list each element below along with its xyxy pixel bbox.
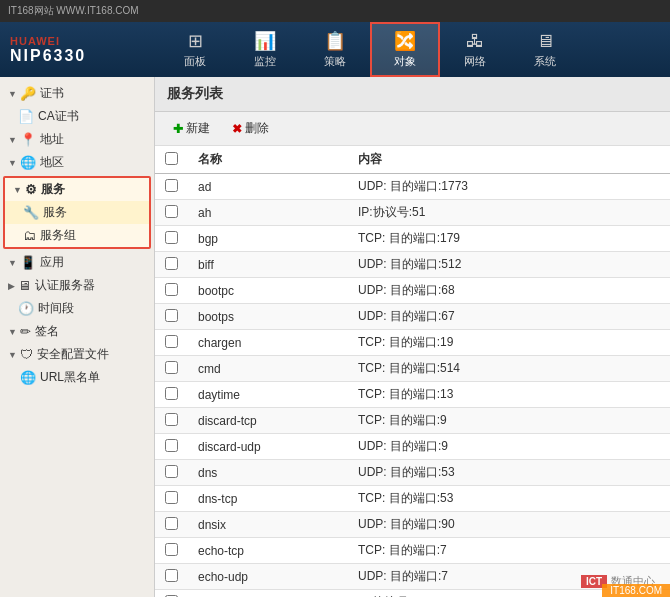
checkbox-1[interactable] — [165, 205, 178, 218]
table-row[interactable]: ah IP:协议号:51 — [155, 200, 670, 226]
service-label: 服务 — [43, 204, 67, 221]
row-name-5: bootps — [188, 304, 348, 330]
network-icon: 🖧 — [466, 31, 484, 52]
row-checkbox-5[interactable] — [155, 304, 188, 330]
monitor-label: 监控 — [254, 54, 276, 69]
checkbox-0[interactable] — [165, 179, 178, 192]
row-checkbox-9[interactable] — [155, 408, 188, 434]
service-group-label: 服务组 — [40, 227, 76, 244]
row-checkbox-16[interactable] — [155, 590, 188, 598]
checkbox-7[interactable] — [165, 361, 178, 374]
row-checkbox-8[interactable] — [155, 382, 188, 408]
checkbox-15[interactable] — [165, 569, 178, 582]
table-row[interactable]: dnsix UDP: 目的端口:90 — [155, 512, 670, 538]
sidebar-item-auth-server[interactable]: ▶🖥认证服务器 — [0, 274, 154, 297]
checkbox-3[interactable] — [165, 257, 178, 270]
row-checkbox-3[interactable] — [155, 252, 188, 278]
checkbox-6[interactable] — [165, 335, 178, 348]
row-checkbox-15[interactable] — [155, 564, 188, 590]
app-icon: 📱 — [20, 255, 36, 270]
row-checkbox-11[interactable] — [155, 460, 188, 486]
sidebar-item-url-blacklist[interactable]: 🌐URL黑名单 — [0, 366, 154, 389]
table-row[interactable]: bgp TCP: 目的端口:179 — [155, 226, 670, 252]
address-icon: 📍 — [20, 132, 36, 147]
logo-area: HUAWEI NIP6330 — [0, 35, 160, 65]
checkbox-10[interactable] — [165, 439, 178, 452]
app-expand-icon: ▼ — [8, 258, 17, 268]
sidebar-item-service[interactable]: 🔧服务 — [5, 201, 149, 224]
row-checkbox-1[interactable] — [155, 200, 188, 226]
table-row[interactable]: bootpc UDP: 目的端口:68 — [155, 278, 670, 304]
sidebar-item-service-group[interactable]: 🗂服务组 — [5, 224, 149, 247]
nav-tab-monitor[interactable]: 📊监控 — [230, 22, 300, 77]
table-row[interactable]: discard-tcp TCP: 目的端口:9 — [155, 408, 670, 434]
table-row[interactable]: dns-tcp TCP: 目的端口:53 — [155, 486, 670, 512]
row-checkbox-10[interactable] — [155, 434, 188, 460]
checkbox-5[interactable] — [165, 309, 178, 322]
content-area: 服务列表 ✚ 新建 ✖ 删除 名称 内容 — [155, 77, 670, 597]
checkbox-2[interactable] — [165, 231, 178, 244]
brand-name: HUAWEI — [10, 35, 160, 47]
nav-tab-system[interactable]: 🖥系统 — [510, 22, 580, 77]
security-config-icon: 🛡 — [20, 347, 33, 362]
checkbox-8[interactable] — [165, 387, 178, 400]
sidebar-item-security-config[interactable]: ▼🛡安全配置文件 — [0, 343, 154, 366]
nav-tab-network[interactable]: 🖧网络 — [440, 22, 510, 77]
table-row[interactable]: chargen TCP: 目的端口:19 — [155, 330, 670, 356]
row-checkbox-6[interactable] — [155, 330, 188, 356]
row-checkbox-13[interactable] — [155, 512, 188, 538]
network-label: 网络 — [464, 54, 486, 69]
row-content-1: IP:协议号:51 — [348, 200, 670, 226]
row-checkbox-0[interactable] — [155, 174, 188, 200]
checkbox-9[interactable] — [165, 413, 178, 426]
row-checkbox-7[interactable] — [155, 356, 188, 382]
nav-tab-object[interactable]: 🔀对象 — [370, 22, 440, 77]
service-table: 名称 内容 ad UDP: 目的端口:1773 ah IP:协议号:51 bgp… — [155, 146, 670, 597]
row-name-0: ad — [188, 174, 348, 200]
delete-button[interactable]: ✖ 删除 — [226, 118, 275, 139]
table-row[interactable]: esp IP:协议号:50 — [155, 590, 670, 598]
nav-tab-policy[interactable]: 📋策略 — [300, 22, 370, 77]
ca-cert-label: CA证书 — [38, 108, 79, 125]
row-checkbox-2[interactable] — [155, 226, 188, 252]
cert-icon: 🔑 — [20, 86, 36, 101]
row-name-8: daytime — [188, 382, 348, 408]
table-row[interactable]: daytime TCP: 目的端口:13 — [155, 382, 670, 408]
table-row[interactable]: dns UDP: 目的端口:53 — [155, 460, 670, 486]
checkbox-14[interactable] — [165, 543, 178, 556]
checkbox-13[interactable] — [165, 517, 178, 530]
select-all-checkbox[interactable] — [165, 152, 178, 165]
monitor-icon: 📊 — [254, 30, 276, 52]
sidebar-item-sign[interactable]: ▼✏签名 — [0, 320, 154, 343]
sidebar-item-timerange[interactable]: 🕐时间段 — [0, 297, 154, 320]
sidebar-item-region[interactable]: ▼🌐地区 — [0, 151, 154, 174]
header-checkbox — [155, 146, 188, 174]
sidebar-item-service-parent[interactable]: ▼⚙服务 — [5, 178, 149, 201]
checkbox-4[interactable] — [165, 283, 178, 296]
row-content-7: TCP: 目的端口:514 — [348, 356, 670, 382]
service-icon: 🔧 — [23, 205, 39, 220]
sidebar-item-cert[interactable]: ▼🔑证书 — [0, 82, 154, 105]
delete-icon: ✖ — [232, 122, 242, 136]
table-row[interactable]: biff UDP: 目的端口:512 — [155, 252, 670, 278]
table-row[interactable]: bootps UDP: 目的端口:67 — [155, 304, 670, 330]
nav-tab-dashboard[interactable]: ⊞面板 — [160, 22, 230, 77]
table-row[interactable]: echo-tcp TCP: 目的端口:7 — [155, 538, 670, 564]
table-row[interactable]: discard-udp UDP: 目的端口:9 — [155, 434, 670, 460]
security-config-label: 安全配置文件 — [37, 346, 109, 363]
row-content-10: UDP: 目的端口:9 — [348, 434, 670, 460]
checkbox-11[interactable] — [165, 465, 178, 478]
service-group-icon: 🗂 — [23, 228, 36, 243]
sidebar-item-address[interactable]: ▼📍地址 — [0, 128, 154, 151]
sidebar-item-app[interactable]: ▼📱应用 — [0, 251, 154, 274]
new-button[interactable]: ✚ 新建 — [167, 118, 216, 139]
sidebar-item-ca-cert[interactable]: 📄CA证书 — [0, 105, 154, 128]
table-row[interactable]: cmd TCP: 目的端口:514 — [155, 356, 670, 382]
row-checkbox-14[interactable] — [155, 538, 188, 564]
row-checkbox-12[interactable] — [155, 486, 188, 512]
app-label: 应用 — [40, 254, 64, 271]
row-checkbox-4[interactable] — [155, 278, 188, 304]
nav-tabs: ⊞面板📊监控📋策略🔀对象🖧网络🖥系统 — [160, 22, 670, 77]
table-row[interactable]: ad UDP: 目的端口:1773 — [155, 174, 670, 200]
checkbox-12[interactable] — [165, 491, 178, 504]
